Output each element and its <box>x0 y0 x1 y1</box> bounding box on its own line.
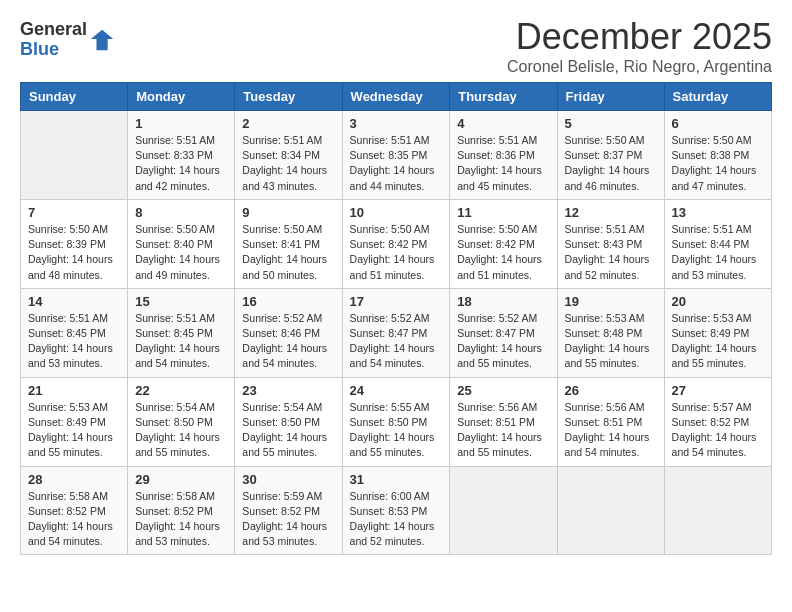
day-content: Sunrise: 5:53 AM Sunset: 8:48 PM Dayligh… <box>565 311 657 372</box>
day-content: Sunrise: 5:50 AM Sunset: 8:39 PM Dayligh… <box>28 222 120 283</box>
calendar-cell: 1Sunrise: 5:51 AM Sunset: 8:33 PM Daylig… <box>128 111 235 200</box>
day-content: Sunrise: 5:57 AM Sunset: 8:52 PM Dayligh… <box>672 400 764 461</box>
header: General Blue December 2025 Coronel Belis… <box>20 16 772 76</box>
day-number: 19 <box>565 294 657 309</box>
calendar-cell: 9Sunrise: 5:50 AM Sunset: 8:41 PM Daylig… <box>235 199 342 288</box>
day-number: 9 <box>242 205 334 220</box>
logo-blue: Blue <box>20 40 87 60</box>
calendar-cell: 12Sunrise: 5:51 AM Sunset: 8:43 PM Dayli… <box>557 199 664 288</box>
calendar-cell: 23Sunrise: 5:54 AM Sunset: 8:50 PM Dayli… <box>235 377 342 466</box>
day-content: Sunrise: 6:00 AM Sunset: 8:53 PM Dayligh… <box>350 489 443 550</box>
calendar-week-row: 1Sunrise: 5:51 AM Sunset: 8:33 PM Daylig… <box>21 111 772 200</box>
day-content: Sunrise: 5:52 AM Sunset: 8:46 PM Dayligh… <box>242 311 334 372</box>
day-content: Sunrise: 5:50 AM Sunset: 8:41 PM Dayligh… <box>242 222 334 283</box>
day-number: 7 <box>28 205 120 220</box>
logo-general: General <box>20 20 87 40</box>
calendar-cell: 13Sunrise: 5:51 AM Sunset: 8:44 PM Dayli… <box>664 199 771 288</box>
calendar-table: SundayMondayTuesdayWednesdayThursdayFrid… <box>20 82 772 555</box>
calendar-cell <box>557 466 664 555</box>
calendar-cell: 17Sunrise: 5:52 AM Sunset: 8:47 PM Dayli… <box>342 288 450 377</box>
weekday-header: Sunday <box>21 83 128 111</box>
calendar-cell: 29Sunrise: 5:58 AM Sunset: 8:52 PM Dayli… <box>128 466 235 555</box>
day-number: 18 <box>457 294 549 309</box>
day-number: 23 <box>242 383 334 398</box>
calendar-week-row: 7Sunrise: 5:50 AM Sunset: 8:39 PM Daylig… <box>21 199 772 288</box>
weekday-header: Tuesday <box>235 83 342 111</box>
day-content: Sunrise: 5:56 AM Sunset: 8:51 PM Dayligh… <box>565 400 657 461</box>
calendar-cell: 14Sunrise: 5:51 AM Sunset: 8:45 PM Dayli… <box>21 288 128 377</box>
day-number: 13 <box>672 205 764 220</box>
day-content: Sunrise: 5:56 AM Sunset: 8:51 PM Dayligh… <box>457 400 549 461</box>
day-content: Sunrise: 5:53 AM Sunset: 8:49 PM Dayligh… <box>28 400 120 461</box>
day-number: 25 <box>457 383 549 398</box>
weekday-header: Monday <box>128 83 235 111</box>
day-content: Sunrise: 5:54 AM Sunset: 8:50 PM Dayligh… <box>242 400 334 461</box>
day-content: Sunrise: 5:55 AM Sunset: 8:50 PM Dayligh… <box>350 400 443 461</box>
day-content: Sunrise: 5:51 AM Sunset: 8:34 PM Dayligh… <box>242 133 334 194</box>
day-number: 11 <box>457 205 549 220</box>
calendar-header-row: SundayMondayTuesdayWednesdayThursdayFrid… <box>21 83 772 111</box>
day-number: 15 <box>135 294 227 309</box>
calendar-cell: 15Sunrise: 5:51 AM Sunset: 8:45 PM Dayli… <box>128 288 235 377</box>
calendar-cell: 21Sunrise: 5:53 AM Sunset: 8:49 PM Dayli… <box>21 377 128 466</box>
calendar-week-row: 28Sunrise: 5:58 AM Sunset: 8:52 PM Dayli… <box>21 466 772 555</box>
day-content: Sunrise: 5:50 AM Sunset: 8:40 PM Dayligh… <box>135 222 227 283</box>
day-number: 6 <box>672 116 764 131</box>
day-content: Sunrise: 5:50 AM Sunset: 8:42 PM Dayligh… <box>350 222 443 283</box>
day-content: Sunrise: 5:53 AM Sunset: 8:49 PM Dayligh… <box>672 311 764 372</box>
calendar-cell: 27Sunrise: 5:57 AM Sunset: 8:52 PM Dayli… <box>664 377 771 466</box>
day-number: 14 <box>28 294 120 309</box>
day-number: 26 <box>565 383 657 398</box>
svg-marker-0 <box>91 30 113 51</box>
calendar-cell: 18Sunrise: 5:52 AM Sunset: 8:47 PM Dayli… <box>450 288 557 377</box>
day-number: 20 <box>672 294 764 309</box>
day-number: 12 <box>565 205 657 220</box>
day-number: 28 <box>28 472 120 487</box>
calendar-cell: 25Sunrise: 5:56 AM Sunset: 8:51 PM Dayli… <box>450 377 557 466</box>
day-content: Sunrise: 5:51 AM Sunset: 8:35 PM Dayligh… <box>350 133 443 194</box>
calendar-cell: 5Sunrise: 5:50 AM Sunset: 8:37 PM Daylig… <box>557 111 664 200</box>
calendar-cell: 2Sunrise: 5:51 AM Sunset: 8:34 PM Daylig… <box>235 111 342 200</box>
calendar-cell: 7Sunrise: 5:50 AM Sunset: 8:39 PM Daylig… <box>21 199 128 288</box>
subtitle: Coronel Belisle, Rio Negro, Argentina <box>507 58 772 76</box>
day-number: 24 <box>350 383 443 398</box>
calendar-cell: 31Sunrise: 6:00 AM Sunset: 8:53 PM Dayli… <box>342 466 450 555</box>
day-number: 29 <box>135 472 227 487</box>
calendar-cell <box>450 466 557 555</box>
day-number: 22 <box>135 383 227 398</box>
calendar-cell: 16Sunrise: 5:52 AM Sunset: 8:46 PM Dayli… <box>235 288 342 377</box>
calendar-cell: 28Sunrise: 5:58 AM Sunset: 8:52 PM Dayli… <box>21 466 128 555</box>
weekday-header: Saturday <box>664 83 771 111</box>
day-content: Sunrise: 5:50 AM Sunset: 8:38 PM Dayligh… <box>672 133 764 194</box>
calendar-cell: 22Sunrise: 5:54 AM Sunset: 8:50 PM Dayli… <box>128 377 235 466</box>
day-number: 21 <box>28 383 120 398</box>
day-number: 31 <box>350 472 443 487</box>
day-number: 27 <box>672 383 764 398</box>
month-title: December 2025 <box>507 16 772 58</box>
day-number: 4 <box>457 116 549 131</box>
calendar-cell: 26Sunrise: 5:56 AM Sunset: 8:51 PM Dayli… <box>557 377 664 466</box>
day-content: Sunrise: 5:51 AM Sunset: 8:45 PM Dayligh… <box>28 311 120 372</box>
day-content: Sunrise: 5:50 AM Sunset: 8:37 PM Dayligh… <box>565 133 657 194</box>
day-content: Sunrise: 5:51 AM Sunset: 8:36 PM Dayligh… <box>457 133 549 194</box>
day-number: 3 <box>350 116 443 131</box>
title-block: December 2025 Coronel Belisle, Rio Negro… <box>507 16 772 76</box>
day-content: Sunrise: 5:51 AM Sunset: 8:44 PM Dayligh… <box>672 222 764 283</box>
calendar-week-row: 14Sunrise: 5:51 AM Sunset: 8:45 PM Dayli… <box>21 288 772 377</box>
calendar-cell: 11Sunrise: 5:50 AM Sunset: 8:42 PM Dayli… <box>450 199 557 288</box>
calendar-body: 1Sunrise: 5:51 AM Sunset: 8:33 PM Daylig… <box>21 111 772 555</box>
calendar-cell: 6Sunrise: 5:50 AM Sunset: 8:38 PM Daylig… <box>664 111 771 200</box>
calendar-cell <box>664 466 771 555</box>
day-content: Sunrise: 5:58 AM Sunset: 8:52 PM Dayligh… <box>135 489 227 550</box>
day-content: Sunrise: 5:52 AM Sunset: 8:47 PM Dayligh… <box>350 311 443 372</box>
calendar-cell: 19Sunrise: 5:53 AM Sunset: 8:48 PM Dayli… <box>557 288 664 377</box>
weekday-header: Wednesday <box>342 83 450 111</box>
logo-icon <box>89 26 117 54</box>
logo: General Blue <box>20 20 117 60</box>
calendar-cell <box>21 111 128 200</box>
calendar-cell: 10Sunrise: 5:50 AM Sunset: 8:42 PM Dayli… <box>342 199 450 288</box>
calendar-cell: 20Sunrise: 5:53 AM Sunset: 8:49 PM Dayli… <box>664 288 771 377</box>
day-content: Sunrise: 5:50 AM Sunset: 8:42 PM Dayligh… <box>457 222 549 283</box>
day-number: 5 <box>565 116 657 131</box>
day-number: 8 <box>135 205 227 220</box>
